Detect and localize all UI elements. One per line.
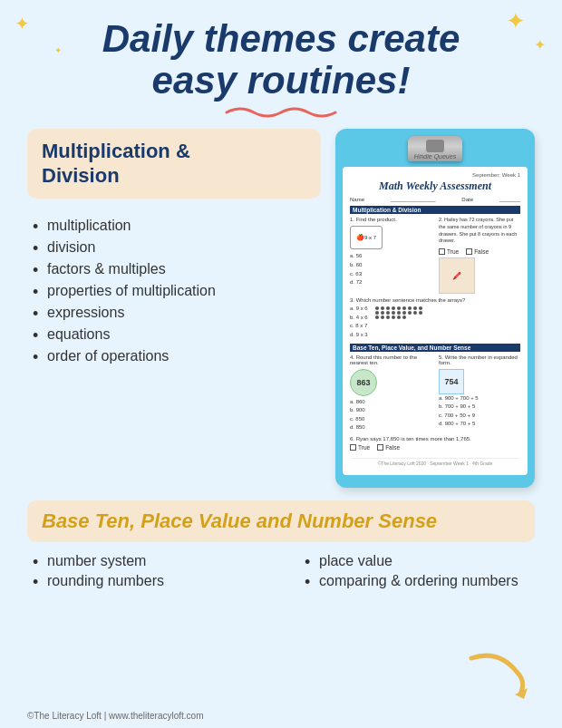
sparkle-icon-tl: ✦ <box>15 13 30 34</box>
squiggle-decoration <box>222 103 340 118</box>
paper-q6: 6. Ryan says 17,650 is ten times more th… <box>350 436 520 451</box>
clipboard-brand: Hindie Queues <box>414 153 456 160</box>
list-item: comparing & ordering numbers <box>299 571 535 591</box>
paper-q3: 3. Which number sentence matches the arr… <box>350 297 520 339</box>
paper-title: Math Weekly Assessment <box>350 180 520 193</box>
list-item: place value <box>299 551 535 571</box>
arrow-icon <box>462 645 535 699</box>
page-title: Daily themes create easy routines! <box>27 18 535 102</box>
base-ten-title: Base Ten, Place Value and Number Sense <box>42 510 520 533</box>
paper-q3-row: a. 9 x 6 b. 4 x 6 c. 8 x 7 d. 9 x 3 <box>350 305 520 339</box>
paper-q2-text: 2. Hailey has 72 crayons. She put the sa… <box>439 217 520 245</box>
true-option: True <box>439 248 459 255</box>
list-item: division <box>27 237 321 258</box>
clipboard-container: Hindie Queues September: Week 1 Math Wee… <box>335 129 535 488</box>
q6-false: False <box>377 444 400 451</box>
paper-section1-header: Multiplication & Division <box>350 206 520 214</box>
paper-q3-options: a. 9 x 6 b. 4 x 6 c. 8 x 7 d. 9 x 3 <box>350 305 368 339</box>
list-item: factors & multiples <box>27 258 321 280</box>
content-row: Multiplication & Division multiplication… <box>27 129 535 488</box>
list-item: expressions <box>27 302 321 324</box>
arrow-decoration <box>462 645 535 703</box>
left-column: Multiplication & Division multiplication… <box>27 129 321 488</box>
clipboard: Hindie Queues September: Week 1 Math Wee… <box>335 129 535 488</box>
paper-q1-options: a. 56 b. 60 c. 63 d. 72 <box>350 252 431 286</box>
list-item: number system <box>27 551 263 571</box>
sparkle-icon-tr2: ✦ <box>534 36 546 53</box>
paper-section2-header: Base Ten, Place Value, and Number Sense <box>350 344 520 352</box>
page: ✦ ✦ ✦ ✦ Daily themes create easy routine… <box>0 0 562 728</box>
multiplication-title: Multiplication & Division <box>42 140 306 188</box>
paper-q5-options: a. 900 + 700 + 5 b. 700 + 90 + 5 c. 700 … <box>439 394 520 429</box>
array-grid <box>375 305 520 339</box>
sparkle-icon-tl2: ✦ <box>54 45 62 55</box>
paper-q1-row: 1. Find the product. 🍎 9 x 7 a. 56 b. 60… <box>350 217 520 294</box>
list-item: order of operations <box>27 345 321 367</box>
bottom-section: Base Ten, Place Value and Number Sense n… <box>27 500 535 591</box>
q5-number: 754 <box>439 369 464 394</box>
list-item: rounding numbers <box>27 571 263 591</box>
paper-q1-label: 1. Find the product. <box>350 217 431 222</box>
clipboard-clip: Hindie Queues <box>408 136 462 161</box>
base-ten-list: number system place value rounding numbe… <box>27 551 535 591</box>
list-item: properties of multiplication <box>27 280 321 302</box>
list-item: multiplication <box>27 215 321 237</box>
paper-footer: ©The Literacy Loft 2020 · September Week… <box>350 458 520 466</box>
list-item: equations <box>27 324 321 345</box>
paper-q4-options: a. 860 b. 900 c. 850 d. 850 <box>350 398 431 432</box>
paper-q2-tf: True False <box>439 248 520 255</box>
q6-true: True <box>350 444 370 451</box>
paper-q4: 4. Round this number to the nearest ten.… <box>350 354 431 432</box>
paper-q1-left: 1. Find the product. 🍎 9 x 7 a. 56 b. 60… <box>350 217 431 294</box>
crayon-image: 🖍️ <box>439 257 475 294</box>
paper-q5: 5. Write the number in expanded form. 75… <box>439 354 520 432</box>
paper-q2-right: 2. Hailey has 72 crayons. She put the sa… <box>439 217 520 294</box>
paper-q45-row: 4. Round this number to the nearest ten.… <box>350 354 520 432</box>
base-ten-section-box: Base Ten, Place Value and Number Sense <box>27 500 535 542</box>
paper-week-label: September: Week 1 <box>350 172 520 178</box>
clipboard-paper: September: Week 1 Math Weekly Assessment… <box>343 167 528 475</box>
apple-box: 🍎 9 x 7 <box>350 226 383 249</box>
multiplication-list: multiplication division factors & multip… <box>27 215 321 367</box>
multiplication-section-box: Multiplication & Division <box>27 129 321 199</box>
header: Daily themes create easy routines! <box>27 18 535 118</box>
paper-header-row: Name _______________ Date _______ <box>350 197 520 202</box>
sparkle-icon-tr: ✦ <box>506 7 526 35</box>
paper-q6-tf: True False <box>350 444 520 451</box>
footer-text: ©The Literacy Loft | www.theliteracyloft… <box>27 711 203 721</box>
q4-number: 863 <box>350 369 377 396</box>
false-option: False <box>466 248 489 255</box>
